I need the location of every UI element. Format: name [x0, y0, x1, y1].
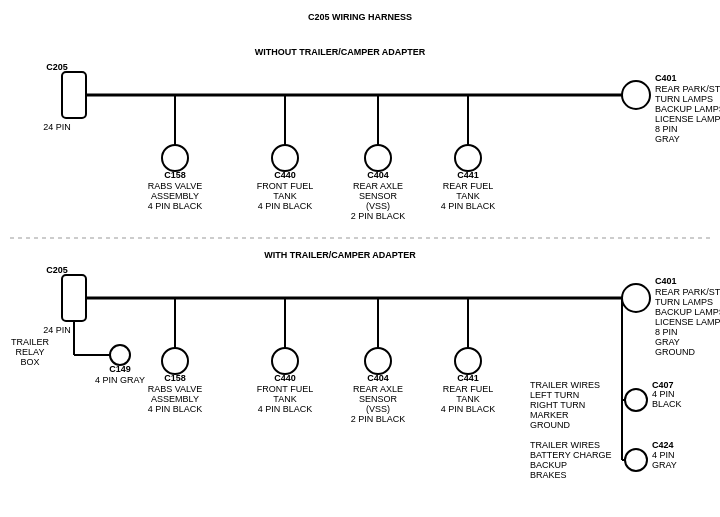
section1-c401-desc2: TURN LAMPS — [655, 94, 713, 104]
section1-c441-l1: REAR FUEL — [443, 181, 494, 191]
wiring-diagram: C205 WIRING HARNESS WITHOUT TRAILER/CAMP… — [0, 0, 720, 517]
section2-c407-l1: TRAILER WIRES — [530, 380, 600, 390]
section1-c158-id: C158 — [164, 170, 186, 180]
section2-c401-ground: GROUND — [655, 347, 695, 357]
section2-c440-id: C440 — [274, 373, 296, 383]
section2-c149-pins: 4 PIN GRAY — [95, 375, 145, 385]
section1-c441-l2: TANK — [456, 191, 479, 201]
section1-c440-l1: FRONT FUEL — [257, 181, 313, 191]
section2-c404-l4: 2 PIN BLACK — [351, 414, 406, 424]
section2-c440-l3: 4 PIN BLACK — [258, 404, 313, 414]
section2-label: WITH TRAILER/CAMPER ADAPTER — [264, 250, 416, 260]
section2-c158-l2: ASSEMBLY — [151, 394, 199, 404]
section2-c424-l1: TRAILER WIRES — [530, 440, 600, 450]
section1-c404-l4: 2 PIN BLACK — [351, 211, 406, 221]
section1-c404-l2: SENSOR — [359, 191, 398, 201]
section1-24pin-label: 24 PIN — [43, 122, 71, 132]
section1-c441-connector — [455, 145, 481, 171]
section2-c404-id: C404 — [367, 373, 389, 383]
section2-c424-pins: 4 PIN — [652, 450, 675, 460]
main-title: C205 WIRING HARNESS — [308, 12, 412, 22]
section2-c407-black: BLACK — [652, 399, 682, 409]
section2-c441-id: C441 — [457, 373, 479, 383]
section1-c401-desc4: LICENSE LAMPS — [655, 114, 720, 124]
section2-c158-connector — [162, 348, 188, 374]
section2-c424-l3: BACKUP — [530, 460, 567, 470]
diagram-container: C205 WIRING HARNESS WITHOUT TRAILER/CAMP… — [0, 0, 720, 517]
section1-c404-l1: REAR AXLE — [353, 181, 403, 191]
section2-c404-l1: REAR AXLE — [353, 384, 403, 394]
section2-c158-l1: RABS VALVE — [148, 384, 203, 394]
section1-c441-id: C441 — [457, 170, 479, 180]
section1-c440-l2: TANK — [273, 191, 296, 201]
section1-right-connector — [622, 81, 650, 109]
section2-c441-connector — [455, 348, 481, 374]
section1-c401-desc3: BACKUP LAMPS — [655, 104, 720, 114]
section2-c407-pins: 4 PIN — [652, 389, 675, 399]
section1-c440-connector — [272, 145, 298, 171]
section1-c404-connector — [365, 145, 391, 171]
section2-c440-connector — [272, 348, 298, 374]
section2-relay-l1: TRAILER — [11, 337, 50, 347]
section2-c440-l2: TANK — [273, 394, 296, 404]
section2-c401-8pin: 8 PIN — [655, 327, 678, 337]
section2-c401-gray: GRAY — [655, 337, 680, 347]
section1-c440-l3: 4 PIN BLACK — [258, 201, 313, 211]
section2-c401-desc1: REAR PARK/STOP — [655, 287, 720, 297]
section1-left-connector — [62, 72, 86, 118]
section2-c424-connector — [625, 449, 647, 471]
section2-c149-id: C149 — [109, 364, 131, 374]
section1-c401-8pin: 8 PIN — [655, 124, 678, 134]
section2-c149-connector — [110, 345, 130, 365]
section1-label: WITHOUT TRAILER/CAMPER ADAPTER — [255, 47, 426, 57]
section2-c407-l4: MARKER — [530, 410, 569, 420]
section1-c158-l3: 4 PIN BLACK — [148, 201, 203, 211]
section1-c441-l3: 4 PIN BLACK — [441, 201, 496, 211]
section1-c404-l3: (VSS) — [366, 201, 390, 211]
section2-c424-id: C424 — [652, 440, 674, 450]
section2-left-connector — [62, 275, 86, 321]
section2-24pin-label: 24 PIN — [43, 325, 71, 335]
section2-c407-l3: RIGHT TURN — [530, 400, 585, 410]
section2-c158-l3: 4 PIN BLACK — [148, 404, 203, 414]
section2-relay-l2: RELAY — [16, 347, 45, 357]
section1-c205-label: C205 — [46, 62, 68, 72]
section2-c441-l3: 4 PIN BLACK — [441, 404, 496, 414]
section2-relay-l3: BOX — [20, 357, 39, 367]
section1-c158-connector — [162, 145, 188, 171]
section2-c205-label: C205 — [46, 265, 68, 275]
section2-c158-id: C158 — [164, 373, 186, 383]
section2-c424-gray: GRAY — [652, 460, 677, 470]
section1-c440-id: C440 — [274, 170, 296, 180]
section2-c401-label: C401 — [655, 276, 677, 286]
section1-c401-gray: GRAY — [655, 134, 680, 144]
section1-c401-label: C401 — [655, 73, 677, 83]
section2-c404-l2: SENSOR — [359, 394, 398, 404]
section2-c440-l1: FRONT FUEL — [257, 384, 313, 394]
section2-c404-connector — [365, 348, 391, 374]
section2-c401-desc2: TURN LAMPS — [655, 297, 713, 307]
section2-c424-l4: BRAKES — [530, 470, 567, 480]
section1-c404-id: C404 — [367, 170, 389, 180]
section2-c424-l2: BATTERY CHARGE — [530, 450, 612, 460]
section1-c158-l2: ASSEMBLY — [151, 191, 199, 201]
section2-c441-l1: REAR FUEL — [443, 384, 494, 394]
section2-c401-desc4: LICENSE LAMPS — [655, 317, 720, 327]
section2-right-connector — [622, 284, 650, 312]
section2-c407-connector — [625, 389, 647, 411]
section2-c407-l2: LEFT TURN — [530, 390, 579, 400]
section2-c441-l2: TANK — [456, 394, 479, 404]
section2-c407-l5: GROUND — [530, 420, 570, 430]
section1-c158-l1: RABS VALVE — [148, 181, 203, 191]
section1-c401-desc1: REAR PARK/STOP — [655, 84, 720, 94]
section2-c404-l3: (VSS) — [366, 404, 390, 414]
section2-c401-desc3: BACKUP LAMPS — [655, 307, 720, 317]
